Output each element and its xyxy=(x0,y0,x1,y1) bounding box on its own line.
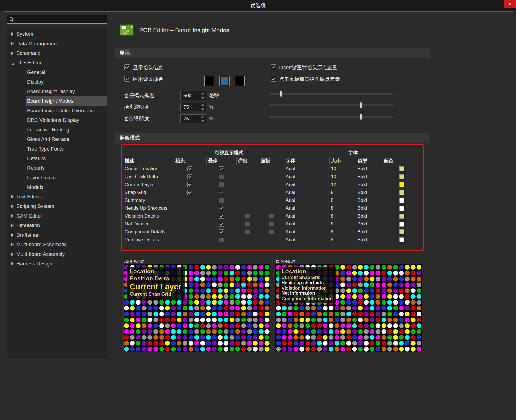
slider-thumb[interactable] xyxy=(360,114,362,120)
expand-chevron-icon[interactable] xyxy=(11,52,14,55)
apply-background-color-checkbox[interactable] xyxy=(124,76,130,82)
sidebar-item-general[interactable]: General xyxy=(26,68,107,77)
spin-down-button[interactable] xyxy=(200,119,206,123)
expand-chevron-icon[interactable] xyxy=(11,253,14,256)
mouse-reset-origin-checkbox[interactable] xyxy=(271,76,276,82)
headsup-opacity-value[interactable]: 75 xyxy=(181,103,200,111)
sidebar-item-draftsman[interactable]: Draftsman xyxy=(7,230,107,240)
font-color-swatch[interactable] xyxy=(399,182,404,187)
headsup-checkbox[interactable] xyxy=(187,190,192,195)
preview-overlay-text: Position Delta xyxy=(130,275,181,282)
font-color-swatch[interactable] xyxy=(399,174,404,179)
sidebar-item-data-management[interactable]: Data Management xyxy=(7,39,107,48)
background-color-swatch[interactable] xyxy=(204,76,214,86)
sidebar-item-harness-design[interactable]: Harness Design xyxy=(7,259,107,269)
hover-preview-overlay: LocationCurrent Snap GridHeads up shortc… xyxy=(279,267,336,303)
headsup-checkbox[interactable] xyxy=(187,174,192,179)
font-color-swatch[interactable] xyxy=(399,166,404,171)
panel-checkbox[interactable] xyxy=(269,222,274,227)
sidebar-item-scripting-system[interactable]: Scripting System xyxy=(7,202,107,211)
panel-checkbox[interactable] xyxy=(269,229,274,234)
slider-thumb[interactable] xyxy=(280,91,282,97)
expand-chevron-icon[interactable] xyxy=(11,32,14,36)
show-headsup-checkbox[interactable] xyxy=(124,64,130,70)
hover-opacity-value[interactable]: 75 xyxy=(181,115,200,123)
sidebar-item-board-insight-display[interactable]: Board Insight Display xyxy=(26,87,107,96)
search-input[interactable] xyxy=(16,17,105,22)
panel-checkbox[interactable] xyxy=(269,214,274,219)
expand-chevron-icon[interactable] xyxy=(11,224,14,227)
expand-chevron-icon[interactable] xyxy=(11,195,14,198)
hover-checkbox[interactable] xyxy=(219,229,224,234)
sidebar-item-models[interactable]: Models xyxy=(26,182,107,192)
sidebar-item-schematic[interactable]: Schematic xyxy=(7,48,107,58)
hover-checkbox[interactable] xyxy=(219,198,224,203)
spin-down-button[interactable] xyxy=(200,96,206,100)
sidebar-item-display[interactable]: Display xyxy=(26,77,107,87)
expand-chevron-icon[interactable] xyxy=(11,205,14,208)
popup-checkbox[interactable] xyxy=(245,214,250,219)
close-button[interactable]: × xyxy=(504,0,516,8)
sidebar-item-cam-editor[interactable]: CAM Editor xyxy=(7,211,107,221)
expand-chevron-icon[interactable] xyxy=(11,243,14,246)
hover-opacity-slider[interactable] xyxy=(269,114,394,120)
hover-delay-slider[interactable] xyxy=(269,91,394,97)
sidebar-item-text-editors[interactable]: Text Editors xyxy=(7,192,107,202)
sidebar-item-gloss-and-retrace[interactable]: Gloss And Retrace xyxy=(26,135,107,144)
sidebar-item-simulation[interactable]: Simulation xyxy=(7,221,107,230)
sidebar-item-multi-board-assembly[interactable]: Multi-board Assembly xyxy=(7,249,107,259)
sidebar-item-board-insight-modes[interactable]: Board Insight Modes xyxy=(26,96,107,106)
font-color-swatch[interactable] xyxy=(399,229,404,234)
collapse-chevron-icon[interactable] xyxy=(11,62,14,65)
font-color-swatch[interactable] xyxy=(399,214,404,219)
sidebar-item-system[interactable]: System xyxy=(7,29,107,39)
spin-up-button[interactable] xyxy=(200,115,206,119)
insert-reset-origin-checkbox[interactable] xyxy=(271,64,276,70)
spin-down-button[interactable] xyxy=(200,107,206,111)
expand-chevron-icon[interactable] xyxy=(11,214,14,218)
sidebar-item-defaults[interactable]: Defaults xyxy=(26,154,107,163)
row-font: Arial xyxy=(284,204,329,212)
background-color-swatch[interactable] xyxy=(235,76,245,86)
hover-checkbox[interactable] xyxy=(219,237,224,242)
sidebar-item-reports[interactable]: Reports xyxy=(26,163,107,173)
search-box[interactable] xyxy=(7,15,107,24)
popup-checkbox[interactable] xyxy=(245,229,250,234)
col-header-color: 颜色 xyxy=(382,157,421,165)
hover-checkbox[interactable] xyxy=(219,222,224,227)
font-color-swatch[interactable] xyxy=(399,206,404,211)
sidebar-item-layer-colors[interactable]: Layer Colors xyxy=(26,173,107,182)
popup-checkbox[interactable] xyxy=(245,222,250,227)
hover-opacity-spinner[interactable]: 75 xyxy=(180,114,206,123)
hover-checkbox[interactable] xyxy=(219,214,224,219)
sidebar-item-interactive-routing[interactable]: Interactive Routing xyxy=(26,125,107,135)
slider-thumb[interactable] xyxy=(360,102,362,108)
spin-up-button[interactable] xyxy=(200,91,206,96)
sidebar-item-true-type-fonts[interactable]: True Type Fonts xyxy=(26,144,107,154)
background-color-swatch[interactable] xyxy=(219,76,230,86)
headsup-checkbox[interactable] xyxy=(187,166,192,171)
font-color-swatch[interactable] xyxy=(399,198,404,203)
headsup-opacity-spinner[interactable]: 75 xyxy=(180,103,206,111)
headsup-checkbox[interactable] xyxy=(187,182,192,187)
hover-checkbox[interactable] xyxy=(219,166,224,171)
sidebar-item-board-insight-color-overrides[interactable]: Board Insight Color Overrides xyxy=(26,106,107,115)
expand-chevron-icon[interactable] xyxy=(11,42,14,45)
sidebar-item-drc-violations-display[interactable]: DRC Violations Display xyxy=(26,115,107,125)
expand-chevron-icon[interactable] xyxy=(11,233,14,237)
headsup-opacity-label: 抬头透明度 xyxy=(124,103,149,111)
spin-up-button[interactable] xyxy=(200,103,206,107)
hover-checkbox[interactable] xyxy=(219,182,224,187)
sidebar-item-pcb-editor[interactable]: PCB Editor xyxy=(7,58,107,68)
font-color-swatch[interactable] xyxy=(399,222,404,227)
headsup-opacity-slider[interactable] xyxy=(269,102,394,108)
hover-checkbox[interactable] xyxy=(219,190,224,195)
hover-checkbox[interactable] xyxy=(219,206,224,211)
font-color-swatch[interactable] xyxy=(399,190,404,195)
sidebar-item-multi-board-schematic[interactable]: Multi-board Schematic xyxy=(7,240,107,249)
font-color-swatch[interactable] xyxy=(399,237,404,242)
hover-delay-value[interactable]: 500 xyxy=(181,91,200,100)
hover-delay-spinner[interactable]: 500 xyxy=(180,91,206,100)
expand-chevron-icon[interactable] xyxy=(11,262,14,265)
hover-checkbox[interactable] xyxy=(219,174,224,179)
